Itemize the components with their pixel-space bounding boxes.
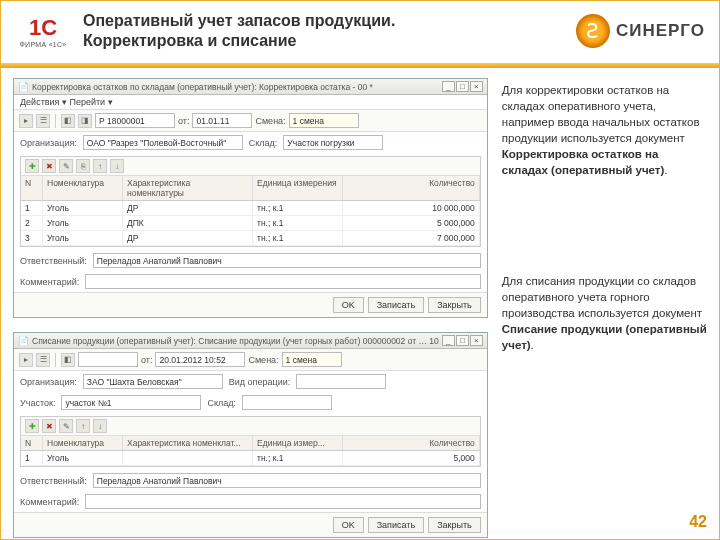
shift-select[interactable]: 1 смена bbox=[282, 352, 342, 367]
cell: ДПК bbox=[123, 216, 253, 230]
tb-icon[interactable]: ▸ bbox=[19, 353, 33, 367]
table-row[interactable]: 3УгольДРтн.; к.17 000,000 bbox=[21, 231, 480, 246]
menubar[interactable]: Действия ▾ Перейти ▾ bbox=[14, 95, 487, 110]
up-icon[interactable]: ↑ bbox=[93, 159, 107, 173]
separator bbox=[55, 353, 56, 367]
org-input[interactable]: ЗАО "Шахта Беловская" bbox=[83, 374, 223, 389]
col-nom: Номенклатура bbox=[43, 436, 123, 450]
store-input[interactable]: Участок погрузки bbox=[283, 135, 383, 150]
doc-icon: 📄 bbox=[18, 82, 29, 92]
copy-row-icon[interactable]: ⎘ bbox=[76, 159, 90, 173]
desc-text: Для корректировки остатков на складах оп… bbox=[502, 84, 700, 144]
cell: 10 000,000 bbox=[343, 201, 480, 215]
date-input[interactable]: 01.01.11 bbox=[192, 113, 252, 128]
cell: тн.; к.1 bbox=[253, 216, 343, 230]
edit-row-icon[interactable]: ✎ bbox=[59, 159, 73, 173]
date-input[interactable]: 20.01.2012 10:52 bbox=[155, 352, 245, 367]
toolbar: ▸ ☰ ◧ ◨ Р 18000001 от: 01.01.11 Смена: 1… bbox=[14, 110, 487, 132]
comment-input[interactable] bbox=[85, 494, 481, 509]
store-label: Склад: bbox=[249, 138, 278, 148]
logo-1c-text: 1C bbox=[29, 15, 57, 41]
grid-header: N Номенклатура Характеристика номенклат.… bbox=[21, 436, 480, 451]
toolbar: ▸ ☰ ◧ от: 20.01.2012 10:52 Смена: 1 смен… bbox=[14, 349, 487, 371]
shift-label: Смена: bbox=[255, 116, 285, 126]
col-char: Характеристика номенклатуры bbox=[123, 176, 253, 200]
cell: ДР bbox=[123, 231, 253, 245]
synergo-icon: Ƨ bbox=[576, 14, 610, 48]
edit-row-icon[interactable]: ✎ bbox=[59, 419, 73, 433]
maximize-button[interactable]: □ bbox=[456, 81, 469, 92]
synergo-text: СИНЕРГО bbox=[616, 21, 705, 41]
resp-input[interactable]: Переладов Анатолий Павлович bbox=[93, 253, 481, 268]
comment-input[interactable] bbox=[85, 274, 481, 289]
table-row[interactable]: 1Угольтн.; к.15,000 bbox=[21, 451, 480, 466]
add-row-icon[interactable]: ✚ bbox=[25, 419, 39, 433]
description-2: Для списания продукции со складов операт… bbox=[502, 273, 707, 353]
up-icon[interactable]: ↑ bbox=[76, 419, 90, 433]
col-n: N bbox=[21, 176, 43, 200]
page-number: 42 bbox=[689, 513, 707, 531]
doc-icon: 📄 bbox=[18, 336, 29, 346]
save-button[interactable]: Записать bbox=[368, 297, 424, 313]
tb-icon[interactable]: ◧ bbox=[61, 114, 75, 128]
del-row-icon[interactable]: ✖ bbox=[42, 159, 56, 173]
down-icon[interactable]: ↓ bbox=[93, 419, 107, 433]
shift-select[interactable]: 1 смена bbox=[289, 113, 359, 128]
cell: 5,000 bbox=[343, 451, 480, 465]
maximize-button[interactable]: □ bbox=[456, 335, 469, 346]
grid: ✚ ✖ ✎ ↑ ↓ N Номенклатура Характеристика … bbox=[20, 416, 481, 467]
tb-icon[interactable]: ☰ bbox=[36, 114, 50, 128]
desc-text: Для списания продукции со складов операт… bbox=[502, 275, 702, 319]
page-title: Оперативный учет запасов продукции. Корр… bbox=[83, 11, 564, 51]
resp-input[interactable]: Переладов Анатолий Павлович bbox=[93, 473, 481, 488]
sklad-label: Склад: bbox=[207, 398, 236, 408]
date-label: от: bbox=[141, 355, 152, 365]
comment-label: Комментарий: bbox=[20, 277, 79, 287]
cell: Уголь bbox=[43, 201, 123, 215]
org-input[interactable]: ОАО "Разрез "Полевой-Восточный" bbox=[83, 135, 243, 150]
cell: ДР bbox=[123, 201, 253, 215]
logo-1c-sub: ФИРМА «1С» bbox=[19, 41, 66, 48]
close-button[interactable]: × bbox=[470, 335, 483, 346]
ok-button[interactable]: OK bbox=[333, 297, 364, 313]
close-button[interactable]: × bbox=[470, 81, 483, 92]
grid-header: N Номенклатура Характеристика номенклату… bbox=[21, 176, 480, 201]
tb-icon[interactable]: ▸ bbox=[19, 114, 33, 128]
window-title: Корректировка остатков по складам (опера… bbox=[32, 82, 439, 92]
down-icon[interactable]: ↓ bbox=[110, 159, 124, 173]
window-writeoff: 📄 Списание продукции (оперативный учет):… bbox=[13, 332, 488, 538]
store-input[interactable]: участок №1 bbox=[61, 395, 201, 410]
ok-button[interactable]: OK bbox=[333, 517, 364, 533]
tb-icon[interactable]: ◧ bbox=[61, 353, 75, 367]
sklad-input[interactable] bbox=[242, 395, 332, 410]
add-row-icon[interactable]: ✚ bbox=[25, 159, 39, 173]
cell: тн.; к.1 bbox=[253, 231, 343, 245]
org-label: Организация: bbox=[20, 138, 77, 148]
tb-icon[interactable]: ◨ bbox=[78, 114, 92, 128]
col-n: N bbox=[21, 436, 43, 450]
comment-label: Комментарий: bbox=[20, 497, 79, 507]
logo-1c: 1C ФИРМА «1С» bbox=[15, 9, 71, 53]
tb-icon[interactable]: ☰ bbox=[36, 353, 50, 367]
title-line2: Корректировка и списание bbox=[83, 31, 564, 51]
cell: тн.; к.1 bbox=[253, 451, 343, 465]
table-row[interactable]: 2УгольДПКтн.; к.15 000,000 bbox=[21, 216, 480, 231]
save-button[interactable]: Записать bbox=[368, 517, 424, 533]
del-row-icon[interactable]: ✖ bbox=[42, 419, 56, 433]
cell: 1 bbox=[21, 201, 43, 215]
number-input[interactable] bbox=[78, 352, 138, 367]
cell: Уголь bbox=[43, 216, 123, 230]
number-input[interactable]: Р 18000001 bbox=[95, 113, 175, 128]
minimize-button[interactable]: _ bbox=[442, 81, 455, 92]
cell: 7 000,000 bbox=[343, 231, 480, 245]
col-nom: Номенклатура bbox=[43, 176, 123, 200]
resp-label: Ответственный: bbox=[20, 256, 87, 266]
title-line1: Оперативный учет запасов продукции. bbox=[83, 11, 564, 31]
minimize-button[interactable]: _ bbox=[442, 335, 455, 346]
close-button[interactable]: Закрыть bbox=[428, 517, 481, 533]
close-button[interactable]: Закрыть bbox=[428, 297, 481, 313]
titlebar: 📄 Списание продукции (оперативный учет):… bbox=[14, 333, 487, 349]
desc-doc-name: Корректировка остатков на складах (опера… bbox=[502, 148, 664, 176]
vid-input[interactable] bbox=[296, 374, 386, 389]
table-row[interactable]: 1УгольДРтн.; к.110 000,000 bbox=[21, 201, 480, 216]
